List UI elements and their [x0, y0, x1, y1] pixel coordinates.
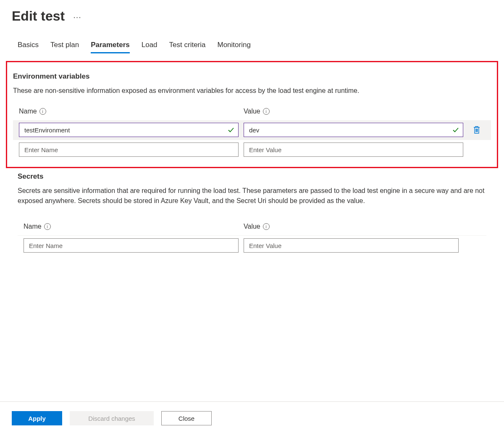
- apply-button[interactable]: Apply: [12, 411, 62, 425]
- env-col-name-header: Name i: [19, 108, 239, 115]
- tabs: Basics Test plan Parameters Load Test cr…: [18, 41, 492, 53]
- secrets-name-input-empty[interactable]: [24, 238, 239, 253]
- secrets-section: Secrets Secrets are sensitive informatio…: [12, 168, 492, 255]
- secrets-value-input-empty[interactable]: [244, 238, 459, 253]
- secrets-table: Name i Value i: [18, 223, 486, 255]
- env-col-value-header: Value i: [244, 108, 463, 115]
- env-col-name-label: Name: [19, 108, 37, 115]
- check-icon: [228, 127, 234, 133]
- env-value-input-empty[interactable]: [244, 142, 463, 157]
- delete-icon[interactable]: [472, 125, 481, 135]
- env-section-title: Environment variables: [13, 72, 491, 81]
- secrets-col-name-header: Name i: [24, 223, 239, 230]
- close-button[interactable]: Close: [161, 411, 212, 425]
- env-table-header: Name i Value i: [13, 108, 491, 115]
- info-icon[interactable]: i: [39, 108, 46, 115]
- env-section-desc: These are non-sensitive information expo…: [13, 86, 491, 96]
- secrets-table-header: Name i Value i: [18, 223, 486, 230]
- info-icon[interactable]: i: [44, 223, 51, 230]
- more-icon[interactable]: ···: [73, 12, 81, 22]
- secrets-section-desc: Secrets are sensitive information that a…: [18, 186, 486, 206]
- tab-parameters[interactable]: Parameters: [91, 41, 130, 53]
- secrets-section-title: Secrets: [18, 172, 486, 181]
- secrets-col-name-label: Name: [24, 223, 42, 230]
- environment-variables-section-highlight: Environment variables These are non-sens…: [6, 61, 498, 168]
- tab-test-plan[interactable]: Test plan: [50, 41, 79, 53]
- page-title: Edit test: [12, 8, 65, 24]
- env-table-row-empty: [13, 140, 491, 159]
- tab-test-criteria[interactable]: Test criteria: [169, 41, 206, 53]
- secrets-table-row-empty: [18, 235, 486, 255]
- info-icon[interactable]: i: [263, 223, 270, 230]
- env-table-row: [13, 120, 491, 140]
- env-name-input-empty[interactable]: [19, 142, 239, 157]
- info-icon[interactable]: i: [263, 108, 270, 115]
- check-icon: [452, 127, 459, 133]
- env-name-input[interactable]: [19, 123, 239, 137]
- discard-changes-button[interactable]: Discard changes: [70, 411, 154, 425]
- tab-load[interactable]: Load: [142, 41, 158, 53]
- env-value-input[interactable]: [244, 123, 463, 137]
- env-table: Name i Value i: [13, 108, 491, 159]
- secrets-col-value-label: Value: [244, 223, 260, 230]
- footer: Apply Discard changes Close: [0, 401, 504, 425]
- tab-basics[interactable]: Basics: [18, 41, 39, 53]
- secrets-col-value-header: Value i: [244, 223, 459, 230]
- tab-monitoring[interactable]: Monitoring: [218, 41, 251, 53]
- env-col-value-label: Value: [244, 108, 260, 115]
